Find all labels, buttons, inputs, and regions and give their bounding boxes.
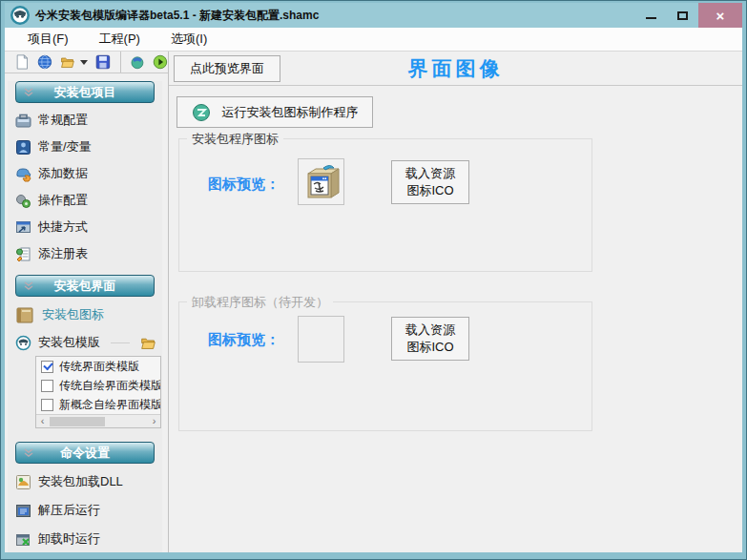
minimize-icon [646, 17, 656, 19]
scrollbar-track[interactable] [49, 416, 148, 427]
section-header-label: 安装包项目 [54, 84, 116, 101]
icon-preview-label: 图标预览： [208, 176, 280, 194]
close-button[interactable]: × [698, 3, 742, 28]
sidebar-item-general-config[interactable]: 常规配置 [8, 107, 162, 134]
template-option-label: 传统界面类模版 [59, 359, 139, 375]
scrollbar-thumb[interactable] [50, 417, 105, 426]
add-data-icon [15, 166, 31, 182]
template-option-row[interactable]: 新概念自绘界面模版 [36, 395, 160, 414]
sidebar-item-variables[interactable]: 常量/变量 [8, 134, 162, 160]
template-option-row[interactable]: 传统自绘界面类模版 [36, 376, 160, 395]
section-header-label: 命令设置 [60, 445, 110, 462]
page-title: 界面图像 [408, 55, 504, 82]
toolbar-separator [120, 52, 121, 73]
close-icon: × [716, 8, 725, 24]
sidebar-item-label: 安装包模版 [38, 334, 100, 351]
divider-line [111, 342, 130, 343]
sidebar-item-label: 常量/变量 [38, 138, 92, 156]
maximize-button[interactable] [667, 3, 698, 28]
scroll-right-arrow-icon[interactable]: › [148, 415, 160, 427]
uninstall-icon-preview [298, 316, 344, 363]
window-title: 兮米安装包模版编译器beta5.1 - 新建安装包配置.shamc [35, 8, 319, 24]
app-window: 兮米安装包模版编译器beta5.1 - 新建安装包配置.shamc × 项目(F… [0, 0, 747, 560]
section-header-install-project[interactable]: 安装包项目 [15, 81, 155, 103]
checkbox-unchecked-icon[interactable] [41, 380, 53, 392]
sidebar-item-label: 卸载时运行 [38, 530, 100, 548]
run-icon-maker-button[interactable]: 运行安装包图标制作程序 [176, 96, 373, 128]
window-controls: × [635, 3, 742, 28]
chevron-down-icon [24, 88, 33, 97]
app-logo-icon [10, 6, 30, 25]
sidebar-item-run-after-extract[interactable]: 解压后运行 [8, 496, 162, 525]
chevron-down-icon [24, 281, 33, 291]
run-on-uninstall-icon [15, 531, 31, 548]
menu-options[interactable]: 选项(I) [171, 31, 207, 48]
sidebar-item-add-registry[interactable]: 添注册表 [8, 240, 162, 267]
sidebar-item-package-icon[interactable]: 安装包图标 [8, 301, 162, 329]
template-option-label: 新概念自绘界面模版 [59, 397, 160, 413]
general-config-icon [15, 113, 31, 129]
sidebar-item-label: 添加数据 [38, 165, 88, 182]
menu-project[interactable]: 项目(F) [28, 31, 69, 48]
preview-bar: 点此预览界面 界面图像 [169, 52, 742, 86]
chevron-down-icon [24, 448, 33, 458]
package-box-icon [301, 161, 342, 203]
main-panel: 点此预览界面 界面图像 运行安装包图标制作程序 安装包程序图标 图标预览： [169, 52, 742, 552]
icon-maker-icon[interactable] [130, 52, 145, 72]
open-dropdown-arrow-icon[interactable] [80, 60, 88, 65]
main-content: 运行安装包图标制作程序 安装包程序图标 图标预览： [169, 86, 742, 552]
checkbox-checked-icon[interactable] [41, 361, 53, 373]
sidebar-item-label: 操作配置 [38, 192, 88, 209]
scroll-left-arrow-icon[interactable]: ‹ [36, 415, 49, 427]
checkbox-unchecked-icon[interactable] [41, 399, 53, 411]
open-folder-icon[interactable] [60, 52, 75, 72]
load-uninstall-icon-button[interactable]: 载入资源图标ICO [391, 317, 469, 361]
shortcut-icon [15, 219, 31, 236]
template-option-row[interactable]: 传统界面类模版 [36, 357, 160, 376]
run-icon[interactable] [153, 52, 168, 72]
sidebar-item-label: 添注册表 [38, 245, 88, 262]
new-file-icon[interactable] [14, 52, 30, 72]
run-after-extract-icon [15, 503, 31, 519]
titlebar: 兮米安装包模版编译器beta5.1 - 新建安装包配置.shamc × [5, 3, 742, 28]
sidebar-item-load-dll[interactable]: 安装包加载DLL [8, 467, 162, 496]
variables-icon [15, 139, 31, 156]
section-header-command-settings[interactable]: 命令设置 [15, 442, 155, 464]
minimize-button[interactable] [635, 3, 667, 28]
browse-template-folder-icon[interactable] [140, 335, 156, 351]
package-icon-page-icon [15, 305, 35, 325]
install-icon-preview [298, 158, 344, 205]
sidebar-item-run-on-uninstall[interactable]: 卸载时运行 [8, 525, 162, 553]
left-column: 安装包项目 常规配置 [5, 52, 169, 552]
sidebar: 安装包项目 常规配置 [5, 73, 168, 560]
icon-maker-tool-icon [192, 103, 211, 122]
install-icon-groupbox: 安装包程序图标 图标预览： [178, 138, 592, 272]
sidebar-item-label: 解压后运行 [38, 502, 100, 519]
sidebar-item-label: 快捷方式 [38, 218, 88, 236]
save-icon[interactable] [95, 52, 111, 72]
globe-icon[interactable] [37, 52, 52, 72]
sidebar-panel: 安装包项目 常规配置 [8, 81, 162, 560]
maximize-icon [677, 11, 688, 20]
uninstall-icon-groupbox: 卸载程序图标（待开发） 图标预览： 载入资源图标ICO [178, 301, 592, 431]
horizontal-scrollbar[interactable]: ‹ › [36, 414, 160, 427]
sidebar-item-package-template[interactable]: 安装包模版 [8, 329, 162, 356]
preview-ui-button[interactable]: 点此预览界面 [174, 55, 280, 82]
dll-icon [15, 474, 31, 490]
toolbar [5, 52, 168, 73]
run-icon-maker-label: 运行安装包图标制作程序 [222, 104, 359, 121]
sidebar-item-operation-config[interactable]: 操作配置 [8, 187, 162, 214]
template-listbox[interactable]: 传统界面类模版 传统自绘界面类模版 新概念自绘界面模版 ‹ [35, 356, 161, 428]
template-option-label: 传统自绘界面类模版 [59, 378, 160, 394]
section-header-install-ui[interactable]: 安装包界面 [15, 275, 155, 297]
menu-engineering[interactable]: 工程(P) [99, 31, 140, 48]
load-install-icon-button[interactable]: 载入资源图标ICO [391, 160, 469, 204]
icon-preview-label: 图标预览： [208, 331, 280, 349]
template-logo-icon [15, 335, 31, 351]
groupbox-title: 安装包程序图标 [187, 131, 283, 148]
sidebar-item-add-data[interactable]: 添加数据 [8, 160, 162, 187]
operation-config-icon [15, 193, 31, 209]
sidebar-item-shortcut[interactable]: 快捷方式 [8, 214, 162, 240]
sidebar-item-label: 常规配置 [38, 112, 88, 129]
sidebar-item-label: 安装包图标 [42, 306, 104, 323]
